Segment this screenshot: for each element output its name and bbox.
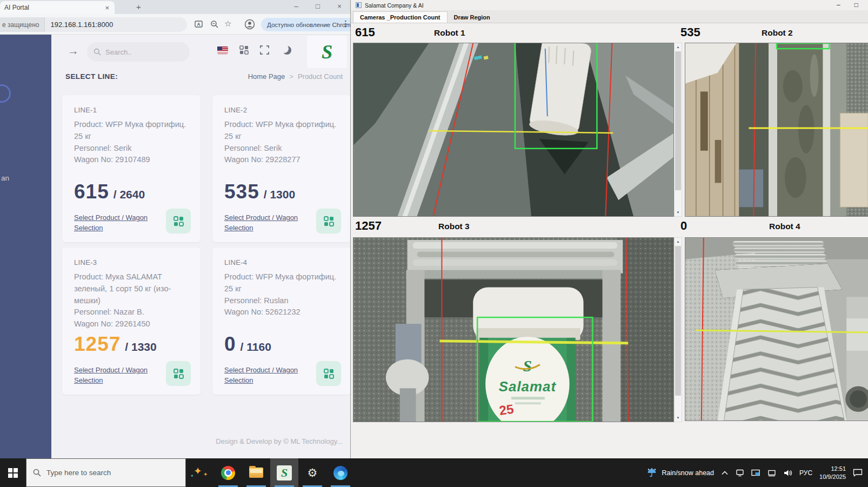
taskbar-apps: S ⚙ — [214, 458, 355, 487]
line-title: LINE-4 — [224, 258, 339, 266]
wagon-grid-button[interactable] — [316, 209, 341, 234]
weather-widget[interactable]: Rain/snow ahead — [646, 468, 714, 477]
select-line-label: SELECT LINE: — [65, 72, 118, 81]
select-product-wagon-link[interactable]: Select Product / Wagon Selection — [224, 213, 306, 234]
url-text: 192.168.1.161:8000 — [45, 21, 113, 29]
select-product-wagon-link[interactable]: Select Product / Wagon Selection — [74, 213, 156, 234]
select-product-wagon-link[interactable]: Select Product / Wagon Selection — [224, 365, 306, 386]
line-product: Product: WFP Мука фортифиц. 25 кг — [224, 271, 339, 295]
translate-icon[interactable]: A — [195, 20, 203, 29]
camera-3-scrollbar[interactable]: ▲ ▼ — [674, 237, 682, 422]
security-label[interactable]: е защищено — [0, 17, 45, 32]
browser-tab-strip: AI Portal × + – □ × — [0, 0, 350, 14]
bookmark-star-icon[interactable]: ☆ — [224, 19, 231, 29]
app-window-controls: – □ — [837, 0, 858, 10]
search-icon — [33, 469, 41, 477]
camera-1-count: 615 — [355, 25, 375, 39]
sidebar-item-partial[interactable]: an — [1, 174, 9, 182]
tab-draw-region[interactable]: Draw Region — [448, 12, 497, 23]
apps-grid-icon[interactable] — [239, 45, 249, 57]
wagon-grid-button[interactable] — [166, 209, 191, 234]
browser-close-button[interactable]: × — [329, 0, 350, 14]
scroll-up-icon[interactable]: ▲ — [675, 43, 682, 51]
gear-icon: ⚙ — [308, 466, 318, 479]
scroll-down-icon[interactable]: ▼ — [675, 209, 682, 216]
bag-weight-text: 25 — [498, 402, 515, 418]
count-total: / 2640 — [113, 188, 145, 201]
taskbar-edge-button[interactable] — [326, 458, 355, 487]
wagon-grid-button[interactable] — [166, 361, 191, 386]
count-current: 535 — [224, 181, 259, 203]
action-center-icon[interactable] — [853, 469, 863, 477]
line-title: LINE-2 — [224, 106, 339, 114]
language-indicator[interactable]: РУС — [799, 469, 812, 477]
highlights-sparkle-icon[interactable]: ✦ ✦ ✦ — [186, 458, 214, 487]
tray-network-icon[interactable] — [767, 469, 776, 477]
line-1-card: LINE-1 Product: WFP Мука фортифиц. 25 кг… — [62, 95, 201, 242]
browser-menu-icon[interactable]: ⋮ — [342, 19, 350, 29]
tray-cast-icon[interactable] — [751, 469, 760, 477]
folder-icon — [249, 468, 263, 478]
scrollbar-thumb[interactable] — [675, 51, 681, 190]
browser-minimize-button[interactable]: – — [285, 0, 307, 14]
tray-monitor-icon[interactable] — [736, 469, 744, 477]
grid-icon — [324, 216, 334, 226]
line-personnel: Personnel: Serik — [224, 143, 339, 155]
edge-icon — [333, 466, 348, 480]
camera-feed-robot-1 — [353, 43, 674, 217]
scroll-up-icon[interactable]: ▲ — [675, 238, 682, 245]
start-button[interactable] — [0, 458, 26, 487]
breadcrumb: Home Page > Product Count — [248, 72, 343, 81]
language-flag-icon[interactable] — [217, 46, 228, 54]
search-input[interactable]: Search.. — [87, 42, 190, 62]
taskbar-salamat-button[interactable]: S — [270, 458, 298, 487]
browser-maximize-button[interactable]: □ — [307, 0, 329, 14]
tray-speaker-icon[interactable] — [783, 469, 792, 477]
menu-collapse-arrow-icon[interactable]: → — [68, 44, 79, 57]
app-tab-bar: Cameras _Production Count Draw Region — [351, 10, 868, 23]
line-2-card: LINE-2 Product: WFP Мука фортифиц. 25 кг… — [212, 95, 350, 242]
camera-4-count: 0 — [680, 219, 687, 233]
scroll-down-icon[interactable]: ▼ — [675, 414, 682, 422]
profile-avatar-icon[interactable] — [244, 19, 255, 30]
count-total: / 1330 — [125, 341, 156, 353]
breadcrumb-home[interactable]: Home Page — [248, 72, 285, 81]
chrome-update-button[interactable]: Доступно обновление Chrome — [261, 18, 350, 31]
salamat-logo[interactable]: S — [307, 36, 347, 68]
salamat-bag: S Salamat 25 — [473, 287, 583, 422]
address-bar[interactable]: е защищено 192.168.1.161:8000 — [0, 17, 187, 32]
browser-window-controls: – □ × — [285, 0, 350, 14]
camera-2-header: 535 Robot 2 — [676, 25, 868, 42]
app-minimize-button[interactable]: – — [837, 0, 840, 10]
line-title: LINE-3 — [74, 258, 189, 266]
taskbar-search-input[interactable]: Type here to search — [26, 458, 186, 487]
camera-feed-robot-2 — [685, 43, 868, 217]
wagon-grid-button[interactable] — [316, 361, 341, 386]
browser-tab-ai-portal[interactable]: AI Portal × — [0, 1, 115, 14]
portal-header: → Search.. S — [51, 35, 350, 70]
camera-feed-robot-3: S Salamat 25 — [353, 237, 674, 422]
select-product-wagon-link[interactable]: Select Product / Wagon Selection — [74, 365, 156, 386]
new-tab-button[interactable]: + — [136, 2, 141, 11]
tray-expand-icon[interactable] — [721, 470, 729, 476]
taskbar-explorer-button[interactable] — [242, 458, 270, 487]
windows-taskbar: Type here to search ✦ ✦ ✦ S ⚙ Rain/snow … — [0, 458, 868, 487]
taskbar-settings-button[interactable]: ⚙ — [298, 458, 326, 487]
dark-mode-moon-icon[interactable] — [283, 46, 291, 55]
clock-widget[interactable]: 12:51 10/9/2025 — [819, 465, 846, 481]
camera-1-scrollbar[interactable]: ▲ ▼ — [674, 43, 682, 217]
tab-close-icon[interactable]: × — [104, 4, 110, 12]
app-maximize-button[interactable]: □ — [854, 0, 858, 10]
scrollbar-thumb[interactable] — [675, 246, 681, 396]
portal-sidebar: an — [0, 35, 51, 458]
chrome-icon — [221, 466, 235, 480]
app-title-bar[interactable]: Salamat Company & AI – □ — [351, 0, 868, 10]
tab-cameras-production-count[interactable]: Cameras _Production Count — [353, 11, 448, 23]
zoom-icon[interactable] — [210, 20, 219, 29]
salamat-app-icon: S — [277, 465, 292, 481]
line-wagon: Wagon No: 29261450 — [74, 318, 189, 330]
taskbar-search-placeholder: Type here to search — [46, 469, 111, 477]
grid-icon — [173, 216, 184, 226]
taskbar-chrome-button[interactable] — [214, 458, 242, 487]
fullscreen-icon[interactable] — [260, 45, 269, 57]
